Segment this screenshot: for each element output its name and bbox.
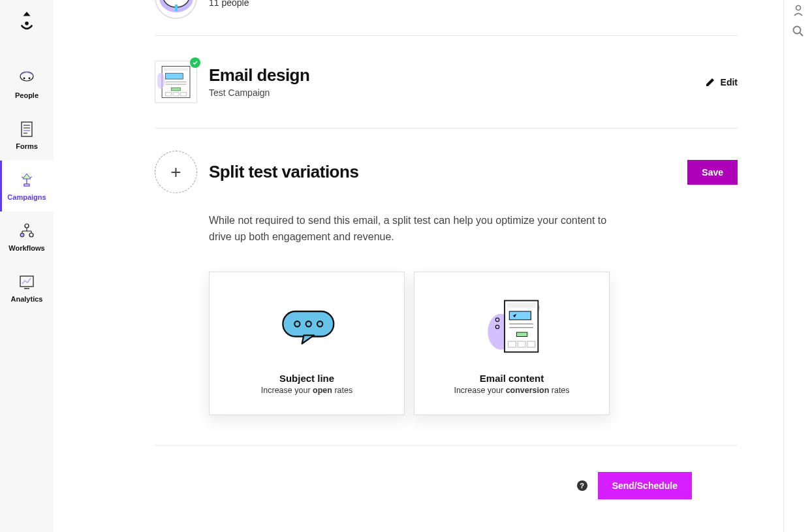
utility-sidebar [783,0,812,532]
nav-label-analytics: Analytics [11,295,43,303]
send-schedule-button[interactable]: Send/Schedule [598,472,692,499]
help-button[interactable]: ? [577,480,587,491]
svg-point-2 [23,78,25,80]
svg-rect-47 [509,311,531,320]
check-badge-icon [190,57,200,68]
workflows-icon [18,222,36,240]
svg-rect-46 [507,303,536,307]
card-subject-sub: Increase your open rates [261,386,352,395]
nav-label-workflows: Workflows [8,244,44,252]
nav-forms[interactable]: Forms [0,110,54,161]
card-subject-line[interactable]: Subject line Increase your open rates [209,272,405,415]
svg-point-23 [793,27,800,34]
svg-rect-20 [20,276,33,287]
svg-line-11 [22,177,23,178]
email-design-title: Email design [209,66,705,86]
svg-rect-50 [516,332,527,336]
nav-workflows[interactable]: Workflows [0,211,54,262]
svg-rect-45 [505,300,538,352]
card-subject-title: Subject line [279,373,334,384]
section-email-design: Email design Test Campaign Edit [155,36,738,129]
split-test-description: While not required to send this email, a… [209,213,614,245]
save-button[interactable]: Save [687,160,738,185]
people-icon [18,69,36,87]
svg-rect-34 [171,87,180,90]
section-audience: 11 people [155,0,738,36]
svg-point-16 [20,233,24,237]
svg-rect-4 [22,122,32,136]
left-sidebar: People Forms Campaigns Workflows Analyti… [0,0,54,532]
nav-label-forms: Forms [16,142,38,150]
svg-point-22 [796,6,800,10]
card-content-title: Email content [480,373,544,384]
profile-icon[interactable] [792,4,805,17]
edit-label: Edit [721,77,738,87]
nav-campaigns[interactable]: Campaigns [0,161,54,211]
card-email-content[interactable]: Email content Increase your conversion r… [414,272,610,415]
svg-point-0 [25,22,29,25]
footer: ? Send/Schedule [155,446,738,499]
search-icon[interactable] [792,25,805,38]
svg-point-13 [25,224,29,228]
speech-bubble-icon [271,293,343,358]
nav-analytics[interactable]: Analytics [0,262,54,313]
analytics-icon [18,273,36,291]
svg-point-1 [20,72,33,81]
main-content: 11 people [54,0,783,532]
email-design-thumbnail[interactable] [155,61,197,103]
campaigns-icon [18,171,36,189]
svg-rect-39 [283,311,334,337]
card-content-sub: Increase your conversion rates [454,386,569,395]
app-logo[interactable] [17,10,37,33]
edit-button[interactable]: Edit [705,77,738,87]
svg-line-24 [800,33,803,37]
svg-line-12 [30,177,32,178]
forms-icon [18,120,36,138]
svg-rect-30 [163,68,187,70]
svg-point-17 [29,233,33,237]
email-design-subtitle: Test Campaign [209,87,705,98]
nav-label-people: People [15,91,39,99]
svg-rect-10 [24,184,29,186]
email-template-icon [476,293,548,358]
nav-label-campaigns: Campaigns [7,193,46,201]
audience-avatar [155,0,197,19]
svg-point-3 [29,78,31,80]
plus-circle-icon[interactable]: + [155,151,197,193]
section-split-test: + Split test variations Save While not r… [155,129,738,446]
svg-rect-31 [165,73,183,79]
audience-people-count: 11 people [209,0,738,8]
nav-people[interactable]: People [0,59,54,110]
split-test-title: Split test variations [209,162,687,182]
pencil-icon [705,77,715,87]
